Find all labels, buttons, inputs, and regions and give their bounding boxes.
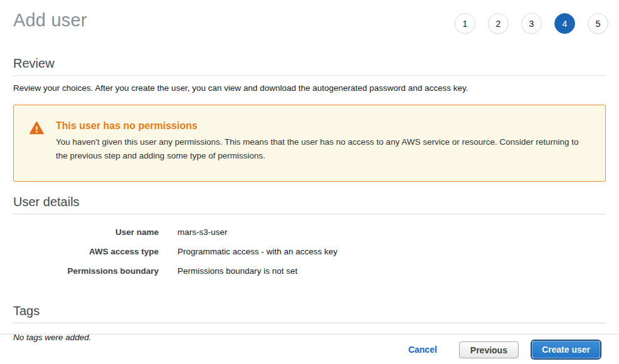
tags-section-heading: Tags xyxy=(13,304,606,323)
warning-body: You haven't given this user any permissi… xyxy=(56,135,586,163)
access-type-value: Programmatic access - with an access key xyxy=(177,247,606,256)
page-title: Add user xyxy=(13,10,87,31)
wizard-header: Add user 1 2 3 4 5 xyxy=(0,0,619,34)
step-indicator-5[interactable]: 5 xyxy=(588,13,608,34)
review-description: Review your choices. After you create th… xyxy=(13,83,606,93)
warning-title: This user has no permissions xyxy=(56,120,586,132)
table-row-permissions-boundary: Permissions boundary Permissions boundar… xyxy=(13,261,606,281)
permissions-boundary-value: Permissions boundary is not set xyxy=(177,266,606,276)
warning-triangle-icon xyxy=(29,122,44,181)
user-name-value: mars-s3-user xyxy=(177,227,606,237)
step-indicator-2[interactable]: 2 xyxy=(488,13,509,34)
create-user-button[interactable]: Create user xyxy=(532,341,600,358)
step-indicator-3[interactable]: 3 xyxy=(521,13,542,34)
table-row-user-name: User name mars-s3-user xyxy=(13,222,606,242)
wizard-content: Review Review your choices. After you cr… xyxy=(0,56,619,342)
cancel-button[interactable]: Cancel xyxy=(408,345,437,355)
user-details-table: User name mars-s3-user AWS access type P… xyxy=(13,222,606,281)
no-permissions-warning-banner: This user has no permissions You haven't… xyxy=(13,105,606,182)
user-name-label: User name xyxy=(13,227,159,237)
user-details-section-heading: User details xyxy=(13,195,606,214)
warning-text-block: This user has no permissions You haven't… xyxy=(56,120,586,181)
access-type-label: AWS access type xyxy=(13,247,159,256)
step-indicator-1[interactable]: 1 xyxy=(455,13,475,34)
review-section-heading: Review xyxy=(13,56,606,76)
previous-button[interactable]: Previous xyxy=(459,341,519,358)
step-indicator: 1 2 3 4 5 xyxy=(455,13,608,34)
table-row-access-type: AWS access type Programmatic access - wi… xyxy=(13,242,606,261)
add-user-wizard-page: Add user 1 2 3 4 5 Review Review your ch… xyxy=(0,0,619,364)
step-indicator-4-current[interactable]: 4 xyxy=(554,13,575,34)
wizard-footer: Cancel Previous Create user xyxy=(0,334,619,358)
permissions-boundary-label: Permissions boundary xyxy=(13,266,159,276)
